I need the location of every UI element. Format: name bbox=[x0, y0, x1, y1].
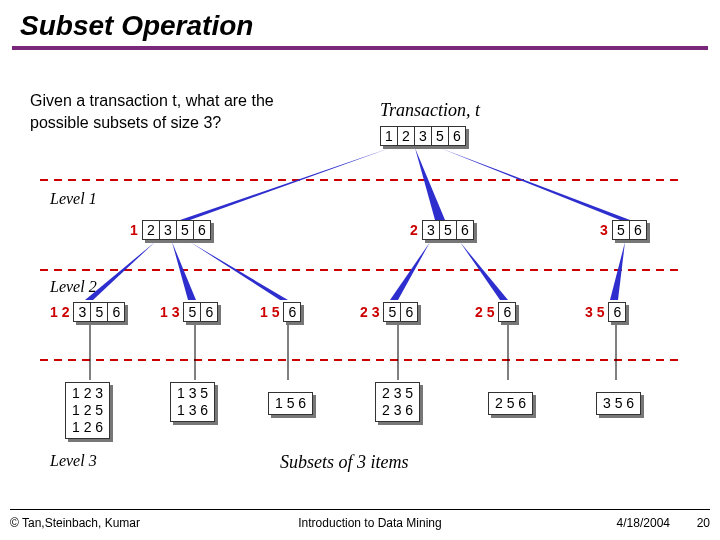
cell: 3 bbox=[74, 303, 91, 321]
svg-marker-11 bbox=[610, 242, 625, 300]
leaf-node: 2 3 5 2 3 6 bbox=[375, 382, 420, 422]
cell: 3 bbox=[415, 127, 432, 145]
cell: 3 bbox=[423, 221, 440, 239]
cell: 5 bbox=[432, 127, 449, 145]
l1-node: 2 3 5 6 bbox=[410, 220, 474, 240]
footer-copyright: © Tan,Steinbach, Kumar bbox=[10, 516, 190, 530]
cell: 6 bbox=[284, 303, 300, 321]
cell: 2 bbox=[143, 221, 160, 239]
l2-node: 2 3 5 6 bbox=[360, 302, 418, 322]
cell: 3 bbox=[160, 221, 177, 239]
cell: 6 bbox=[609, 303, 625, 321]
l2-node: 2 5 6 bbox=[475, 302, 516, 322]
cell: 6 bbox=[201, 303, 217, 321]
cell: 5 bbox=[613, 221, 630, 239]
footer: © Tan,Steinbach, Kumar Introduction to D… bbox=[10, 509, 710, 530]
leaf-node: 3 5 6 bbox=[596, 392, 641, 415]
level1-label: Level 1 bbox=[50, 190, 97, 208]
footer-page: 20 bbox=[670, 516, 710, 530]
footer-date: 4/18/2004 bbox=[550, 516, 670, 530]
svg-marker-10 bbox=[460, 242, 508, 300]
l2-node: 3 5 6 bbox=[585, 302, 626, 322]
cell: 1 bbox=[381, 127, 398, 145]
subsets-label: Subsets of 3 items bbox=[280, 452, 409, 473]
leaf-node: 1 3 5 1 3 6 bbox=[170, 382, 215, 422]
cell: 5 bbox=[177, 221, 194, 239]
l1-node: 3 5 6 bbox=[600, 220, 647, 240]
svg-marker-4 bbox=[415, 148, 445, 220]
l2-node: 1 3 5 6 bbox=[160, 302, 218, 322]
svg-marker-5 bbox=[440, 148, 630, 220]
prefix: 1 3 bbox=[160, 304, 179, 320]
l1-node: 1 2 3 5 6 bbox=[130, 220, 211, 240]
footer-center: Introduction to Data Mining bbox=[190, 516, 550, 530]
subset-diagram: Transaction, t Level 1 Level 2 Level 3 S… bbox=[20, 80, 700, 480]
tree-edges bbox=[20, 80, 700, 480]
l2-node: 1 2 3 5 6 bbox=[50, 302, 125, 322]
prefix: 1 2 bbox=[50, 304, 69, 320]
cell: 6 bbox=[630, 221, 646, 239]
leaf-node: 1 2 3 1 2 5 1 2 6 bbox=[65, 382, 110, 439]
leaf-node: 1 5 6 bbox=[268, 392, 313, 415]
cell: 6 bbox=[499, 303, 515, 321]
prefix: 2 bbox=[410, 222, 418, 238]
level2-label: Level 2 bbox=[50, 278, 97, 296]
svg-marker-8 bbox=[190, 242, 288, 300]
prefix: 1 5 bbox=[260, 304, 279, 320]
prefix: 1 bbox=[130, 222, 138, 238]
cell: 6 bbox=[108, 303, 124, 321]
leaf-node: 2 5 6 bbox=[488, 392, 533, 415]
cell: 6 bbox=[457, 221, 473, 239]
l2-node: 1 5 6 bbox=[260, 302, 301, 322]
cell: 5 bbox=[384, 303, 401, 321]
transaction-label: Transaction, t bbox=[380, 100, 480, 121]
prefix: 2 3 bbox=[360, 304, 379, 320]
cell: 5 bbox=[91, 303, 108, 321]
cell: 6 bbox=[401, 303, 417, 321]
cell: 5 bbox=[184, 303, 201, 321]
svg-marker-7 bbox=[172, 242, 196, 300]
svg-marker-3 bbox=[180, 148, 390, 220]
cell: 2 bbox=[398, 127, 415, 145]
prefix: 2 5 bbox=[475, 304, 494, 320]
title-underline bbox=[12, 46, 708, 50]
cell: 6 bbox=[449, 127, 465, 145]
slide-title: Subset Operation bbox=[0, 0, 720, 46]
prefix: 3 5 bbox=[585, 304, 604, 320]
cell: 5 bbox=[440, 221, 457, 239]
prefix: 3 bbox=[600, 222, 608, 238]
cell: 6 bbox=[194, 221, 210, 239]
svg-marker-9 bbox=[390, 242, 430, 300]
level3-label: Level 3 bbox=[50, 452, 97, 470]
root-node: 1 2 3 5 6 bbox=[380, 126, 466, 146]
